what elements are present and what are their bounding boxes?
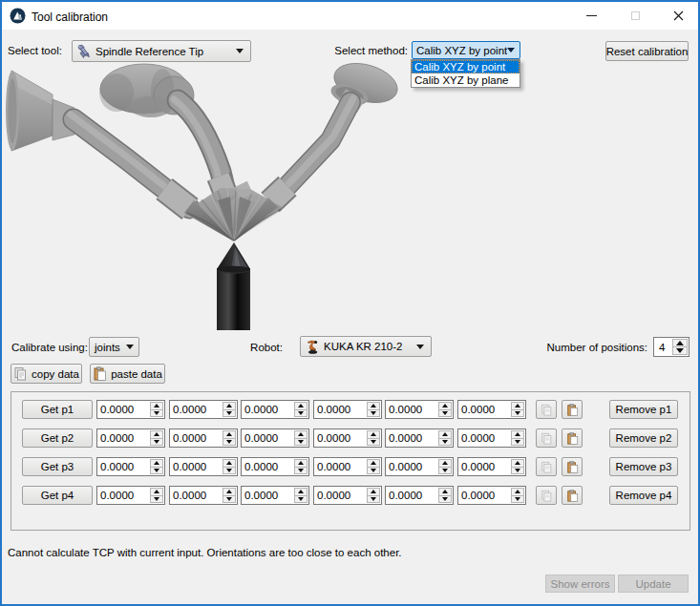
spin-up-button[interactable] — [295, 460, 307, 468]
p2-value-5-spinbox[interactable]: 0.0000 — [385, 428, 454, 448]
spin-down-button[interactable] — [223, 439, 235, 446]
spin-up-button[interactable] — [439, 403, 451, 410]
number-of-positions-spinbox[interactable]: 4 — [653, 337, 689, 357]
spin-down-button[interactable] — [439, 496, 451, 503]
spin-down-button[interactable] — [223, 496, 235, 503]
select-method-combobox[interactable]: Calib XYZ by point — [412, 41, 520, 59]
spin-down-button[interactable] — [295, 468, 307, 474]
p2-value-2-spinbox[interactable]: 0.0000 — [169, 428, 238, 448]
spin-up-button[interactable] — [151, 460, 162, 468]
spin-down-button[interactable] — [439, 439, 451, 446]
paste-p4-button[interactable] — [562, 486, 583, 505]
copy-p4-button[interactable] — [536, 486, 557, 505]
p2-value-4-spinbox[interactable]: 0.0000 — [313, 428, 382, 448]
spin-up-button[interactable] — [223, 431, 235, 439]
get-p4-button[interactable]: Get p4 — [22, 486, 93, 505]
spin-down-button[interactable] — [673, 347, 687, 354]
copy-data-button[interactable]: copy data — [11, 364, 82, 384]
remove-p4-button[interactable]: Remove p4 — [609, 486, 678, 505]
remove-p3-button[interactable]: Remove p3 — [609, 457, 678, 476]
minimize-button[interactable] — [570, 2, 613, 30]
copy-p2-button[interactable] — [536, 428, 557, 448]
spin-up-button[interactable] — [368, 489, 379, 496]
p1-value-2-spinbox[interactable]: 0.0000 — [169, 400, 238, 419]
remove-p1-button[interactable]: Remove p1 — [609, 400, 678, 419]
get-p1-button[interactable]: Get p1 — [22, 400, 93, 419]
spin-down-button[interactable] — [151, 439, 162, 446]
p3-value-6-spinbox[interactable]: 0.0000 — [457, 457, 526, 476]
spin-down-button[interactable] — [295, 439, 307, 446]
spin-down-button[interactable] — [512, 410, 523, 417]
p3-value-2-spinbox[interactable]: 0.0000 — [169, 457, 238, 476]
maximize-button[interactable] — [614, 2, 657, 30]
paste-data-button[interactable]: paste data — [90, 364, 165, 384]
p4-value-5-spinbox[interactable]: 0.0000 — [385, 486, 454, 505]
paste-p2-button[interactable] — [562, 428, 583, 448]
spin-up-button[interactable] — [295, 403, 307, 410]
spin-down-button[interactable] — [223, 410, 235, 417]
p1-value-1-spinbox[interactable]: 0.0000 — [96, 400, 165, 419]
spin-down-button[interactable] — [512, 439, 523, 446]
spin-up-button[interactable] — [512, 460, 523, 468]
remove-p2-button[interactable]: Remove p2 — [609, 428, 678, 448]
copy-p3-button[interactable] — [536, 457, 557, 476]
spin-down-button[interactable] — [368, 468, 379, 474]
p2-value-3-spinbox[interactable]: 0.0000 — [241, 428, 309, 448]
spin-down-button[interactable] — [223, 468, 235, 474]
spin-up-button[interactable] — [295, 489, 307, 496]
spin-down-button[interactable] — [439, 468, 451, 474]
spin-up-button[interactable] — [439, 460, 451, 468]
copy-p1-button[interactable] — [536, 400, 557, 419]
close-button[interactable] — [657, 2, 700, 30]
spin-up-button[interactable] — [151, 403, 162, 410]
select-tool-combobox[interactable]: Spindle Reference Tip — [72, 40, 251, 62]
spin-up-button[interactable] — [223, 489, 235, 496]
calibrate-using-combobox[interactable]: joints — [89, 337, 139, 357]
reset-calibration-button[interactable]: Reset calibration — [605, 41, 689, 61]
spin-down-button[interactable] — [512, 468, 523, 474]
spin-down-button[interactable] — [151, 468, 162, 474]
spin-down-button[interactable] — [439, 410, 451, 417]
3d-viewport[interactable] — [2, 63, 698, 330]
paste-p1-button[interactable] — [562, 400, 583, 419]
p3-value-1-spinbox[interactable]: 0.0000 — [96, 457, 165, 476]
get-p2-button[interactable]: Get p2 — [22, 428, 93, 448]
spin-up-button[interactable] — [368, 403, 379, 410]
spin-up-button[interactable] — [512, 489, 523, 496]
spin-up-button[interactable] — [439, 489, 451, 496]
show-errors-button[interactable]: Show errors — [545, 575, 615, 593]
p4-value-3-spinbox[interactable]: 0.0000 — [241, 486, 309, 505]
spin-up-button[interactable] — [223, 460, 235, 468]
p4-value-6-spinbox[interactable]: 0.0000 — [457, 486, 526, 505]
p3-value-4-spinbox[interactable]: 0.0000 — [313, 457, 382, 476]
spin-up-button[interactable] — [512, 431, 523, 439]
get-p3-button[interactable]: Get p3 — [22, 457, 93, 476]
p3-value-5-spinbox[interactable]: 0.0000 — [385, 457, 454, 476]
p4-value-2-spinbox[interactable]: 0.0000 — [169, 486, 238, 505]
p1-value-5-spinbox[interactable]: 0.0000 — [385, 400, 454, 419]
p2-value-1-spinbox[interactable]: 0.0000 — [96, 428, 165, 448]
robot-combobox[interactable]: KUKA KR 210-2 — [300, 336, 432, 357]
p4-value-4-spinbox[interactable]: 0.0000 — [313, 486, 382, 505]
p3-value-3-spinbox[interactable]: 0.0000 — [241, 457, 309, 476]
method-option-calib-xyz-by-plane[interactable]: Calib XYZ by plane — [412, 73, 520, 87]
spin-down-button[interactable] — [295, 496, 307, 503]
p1-value-4-spinbox[interactable]: 0.0000 — [313, 400, 382, 419]
p1-value-3-spinbox[interactable]: 0.0000 — [241, 400, 309, 419]
spin-up-button[interactable] — [673, 340, 687, 347]
p2-value-6-spinbox[interactable]: 0.0000 — [457, 428, 526, 448]
spin-down-button[interactable] — [151, 496, 162, 503]
spin-up-button[interactable] — [295, 431, 307, 439]
spin-up-button[interactable] — [151, 489, 162, 496]
spin-up-button[interactable] — [368, 431, 379, 439]
spin-down-button[interactable] — [295, 410, 307, 417]
paste-p3-button[interactable] — [562, 457, 583, 476]
spin-up-button[interactable] — [368, 460, 379, 468]
spin-up-button[interactable] — [512, 403, 523, 410]
spin-up-button[interactable] — [439, 431, 451, 439]
spin-down-button[interactable] — [151, 410, 162, 417]
method-option-calib-xyz-by-point[interactable]: Calib XYZ by point — [412, 60, 520, 73]
p4-value-1-spinbox[interactable]: 0.0000 — [96, 486, 165, 505]
spin-up-button[interactable] — [223, 403, 235, 410]
spin-down-button[interactable] — [512, 496, 523, 503]
